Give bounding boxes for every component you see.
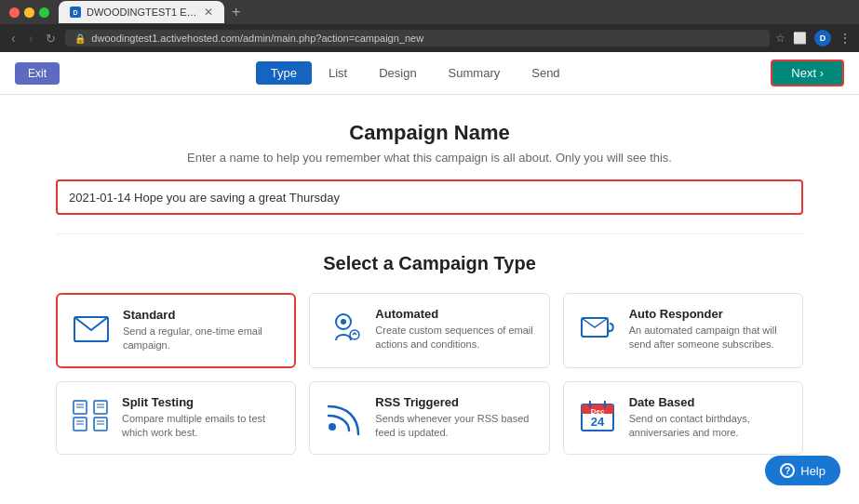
forward-button[interactable]: › [25,29,37,47]
tl-red[interactable] [9,7,20,18]
rss-triggered-icon [323,395,364,436]
date-based-name: Date Based [629,395,789,409]
date-based-info: Date Based Send on contact birthdays, an… [629,395,789,441]
tl-yellow[interactable] [24,7,34,18]
date-based-icon: Dec 24 [577,395,618,436]
campaign-type-standard[interactable]: Standard Send a regular, one-time email … [56,293,296,368]
autoresponder-info: Auto Responder An automated campaign tha… [629,307,789,352]
rss-triggered-info: RSS Triggered Sends whenever your RSS ba… [375,395,535,441]
tab-favicon: D [70,7,81,18]
tab-close-icon[interactable]: ✕ [204,6,213,19]
tab-title: DWOODINGTEST1 Email Mari... [87,7,198,18]
split-testing-info: Split Testing Compare multiple emails to… [122,395,282,441]
lock-icon: 🔒 [74,33,86,44]
profile-icon[interactable]: D [814,30,831,46]
app-toolbar: Exit Type List Design Summary Send Next … [0,52,859,95]
main-content: Campaign Name Enter a name to help you r… [0,95,859,504]
menu-icon[interactable]: ⋮ [839,31,852,46]
browser-chrome: D DWOODINGTEST1 Email Mari... ✕ + ‹ › ↻ … [0,0,859,52]
svg-point-3 [341,319,346,325]
campaign-type-autoresponder[interactable]: Auto Responder An automated campaign tha… [563,293,803,368]
automated-description: Create custom sequences of email actions… [375,324,535,352]
address-text: dwoodingtest1.activehosted.com/admin/mai… [91,33,423,44]
automated-name: Automated [375,307,535,321]
tab-list[interactable]: List [314,61,362,85]
autoresponder-name: Auto Responder [629,307,789,321]
tab-summary[interactable]: Summary [434,61,516,85]
standard-name: Standard [123,308,281,322]
new-tab-button[interactable]: + [224,0,248,24]
autoresponder-description: An automated campaign that will send aft… [629,324,789,352]
extensions-icon[interactable]: ⬜ [793,32,807,45]
campaign-type-rss-triggered[interactable]: RSS Triggered Sends whenever your RSS ba… [309,381,549,455]
automated-info: Automated Create custom sequences of ema… [375,307,535,352]
svg-point-4 [350,330,359,339]
star-icon[interactable]: ☆ [775,32,785,45]
rss-triggered-description: Sends whenever your RSS based feed is up… [375,412,535,441]
rss-triggered-name: RSS Triggered [375,395,535,409]
exit-button[interactable]: Exit [15,62,60,85]
campaign-type-date-based[interactable]: Dec 24 Date Based Send on contact birthd… [563,381,803,455]
help-label: Help [800,464,825,478]
date-based-description: Send on contact birthdays, anniversaries… [629,412,789,441]
back-button[interactable]: ‹ [7,29,20,47]
campaign-name-input-wrapper [56,179,803,215]
standard-icon [71,308,112,349]
campaign-type-title: Select a Campaign Type [56,253,803,274]
browser-actions: ☆ ⬜ D ⋮ [775,30,852,46]
split-testing-name: Split Testing [122,395,282,409]
tab-send[interactable]: Send [517,61,574,85]
standard-info: Standard Send a regular, one-time email … [123,308,281,353]
svg-text:24: 24 [590,415,604,429]
browser-titlebar: D DWOODINGTEST1 Email Mari... ✕ + [0,0,859,24]
split-testing-description: Compare multiple emails to test which wo… [122,412,282,441]
address-bar-row: ‹ › ↻ 🔒 dwoodingtest1.activehosted.com/a… [0,24,859,52]
next-button[interactable]: Next › [771,60,844,86]
refresh-button[interactable]: ↻ [42,30,60,47]
toolbar-tabs: Type List Design Summary Send [74,61,756,85]
tl-green[interactable] [39,7,49,18]
campaign-type-split-testing[interactable]: Split Testing Compare multiple emails to… [56,381,296,455]
campaign-type-automated[interactable]: Automated Create custom sequences of ema… [309,293,549,368]
browser-tab[interactable]: D DWOODINGTEST1 Email Mari... ✕ [59,1,224,23]
campaign-name-subtitle: Enter a name to help you remember what t… [56,151,803,165]
split-testing-icon [70,395,111,436]
svg-point-18 [329,423,336,431]
automated-icon [323,307,364,348]
campaign-name-title: Campaign Name [56,121,803,145]
tab-type[interactable]: Type [256,61,312,85]
standard-description: Send a regular, one-time email campaign. [123,325,281,353]
tab-design[interactable]: Design [364,61,431,85]
divider [56,233,803,234]
campaign-types-grid: Standard Send a regular, one-time email … [56,293,803,455]
help-button[interactable]: ? Help [765,456,840,485]
autoresponder-icon [577,307,618,348]
traffic-lights [0,2,59,23]
campaign-name-input[interactable] [69,191,790,205]
address-bar[interactable]: 🔒 dwoodingtest1.activehosted.com/admin/m… [65,30,770,46]
help-icon: ? [780,463,795,478]
